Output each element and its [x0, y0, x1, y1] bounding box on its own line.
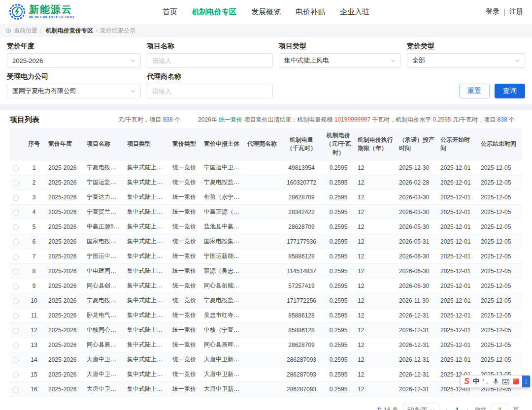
filter-actions: 重置查询	[407, 72, 525, 98]
table-cell: 15	[23, 367, 45, 382]
table-cell: 12	[23, 323, 45, 338]
table-cell: 0.2595	[322, 234, 355, 249]
login-link[interactable]: 登录	[486, 7, 499, 16]
filter-input[interactable]	[147, 53, 273, 68]
row-radio[interactable]	[13, 343, 19, 348]
row-radio[interactable]	[13, 224, 19, 230]
table-cell	[244, 249, 281, 264]
reset-button[interactable]: 重置	[459, 84, 490, 98]
table-cell: 3	[23, 190, 45, 205]
keyboard-icon[interactable]	[502, 379, 509, 384]
table-row: 132025-2026同心县辰晖50...集中式陆上风电统一竞价同心县辰晖新..…	[10, 338, 522, 352]
table-cell: 2026-12-31	[396, 367, 437, 382]
row-radio[interactable]	[13, 239, 19, 245]
goto-page-input[interactable]	[492, 404, 508, 410]
table-cell: 2025-12-01	[437, 279, 478, 293]
row-radio[interactable]	[13, 180, 19, 186]
table-cell: 统一竞价	[169, 234, 201, 249]
table-cell: 12	[355, 367, 396, 382]
table-cell: 2025-12-01	[437, 190, 478, 205]
prev-page-button[interactable]: ‹	[444, 406, 449, 410]
table-cell: 2025-12-05	[478, 264, 522, 279]
next-page-button[interactable]: ›	[466, 406, 470, 410]
table-cell: 12	[355, 160, 396, 175]
table-cell: 12	[355, 264, 396, 279]
table-cell: 2026-12-31	[396, 382, 437, 397]
table-cell: 大唐中卫新能...	[201, 367, 244, 382]
row-radio[interactable]	[13, 387, 19, 393]
row-radio[interactable]	[13, 357, 19, 363]
table-row: 122025-2026中核同心县150...集中式陆上风电统一竞价中核（宁夏）.…	[10, 323, 522, 338]
table-cell: 286287093	[281, 382, 322, 397]
table-cell: 13	[23, 338, 45, 352]
row-radio[interactable]	[13, 165, 19, 171]
search-button[interactable]: 查询	[495, 84, 525, 98]
row-radio[interactable]	[13, 298, 19, 304]
table-cell: 统一竞价	[169, 205, 201, 220]
microphone-icon[interactable]	[493, 378, 499, 385]
page-size-select[interactable]: 50条/页	[403, 404, 439, 410]
table-cell: 宁夏电投盐池...	[201, 175, 244, 190]
filter-label: 竞价类型	[407, 41, 525, 50]
filter-select[interactable]: 集中式陆上风电	[279, 53, 401, 68]
table-cell	[244, 382, 281, 397]
ime-language-toggle[interactable]: 中	[473, 377, 479, 386]
sogou-logo-icon[interactable]: S	[464, 378, 469, 385]
nav-item-0[interactable]: 首页	[163, 7, 177, 17]
table-row: 52025-2026中赢正源5万千...集中式陆上风电统一竞价盐池县中赢清...…	[10, 220, 522, 234]
table-cell: 2026-11-30	[396, 293, 437, 308]
table-row: 22025-2026宁国运盐池高...集中式陆上风电统一竞价宁夏电投盐池...1…	[10, 175, 522, 190]
table-cell: 2025-12-05	[478, 323, 522, 338]
filter-select[interactable]: 国网宁夏电力有限公司	[7, 84, 141, 98]
table-cell: 2025-2026	[45, 308, 84, 323]
table-cell	[244, 205, 281, 220]
toolbox-icon[interactable]	[513, 378, 519, 384]
row-radio[interactable]	[13, 254, 19, 260]
ime-more-icon[interactable]: ⋮	[522, 376, 530, 387]
filter-select[interactable]: 2025-2026	[7, 53, 141, 68]
nav-item-3[interactable]: 电价补贴	[296, 7, 325, 17]
filter-input[interactable]	[147, 84, 273, 98]
table-cell: 2025-12-05	[478, 175, 522, 190]
row-radio[interactable]	[13, 195, 19, 201]
table-cell: 0.2595	[322, 382, 355, 397]
table-cell: 2025-12-05	[478, 249, 522, 264]
table-cell: 2026-12-31	[396, 323, 437, 338]
table-cell: 7	[23, 249, 45, 264]
table-cell: 大唐中卫新能...	[201, 352, 244, 367]
row-radio[interactable]	[13, 313, 19, 319]
table-cell: 0.2595	[322, 279, 355, 293]
row-radio[interactable]	[13, 210, 19, 216]
logo: 新能源云 NEW ENERGY CLOUD	[9, 3, 74, 20]
row-radio[interactable]	[13, 284, 19, 289]
breadcrumb-section[interactable]: 机制电价竞价专区	[46, 27, 93, 35]
project-list-panel: 项目列表 元/千瓦时，项目 838 个 2026年 统一竞价 项目竞价出清结果：…	[0, 110, 532, 410]
table-row: 152025-2026大唐中卫云基...集中式陆上风电统一竞价大唐中卫新能...…	[10, 367, 522, 382]
column-header: 机制电价 （元/千瓦时）	[322, 128, 355, 160]
table-cell: 12	[355, 220, 396, 234]
row-radio[interactable]	[13, 372, 19, 378]
nav-item-1[interactable]: 机制电价专区	[192, 7, 236, 17]
nav-item-2[interactable]: 发展概览	[251, 7, 281, 17]
table-cell: 2025-2026	[45, 160, 84, 175]
register-link[interactable]: 注册	[509, 7, 523, 16]
row-radio[interactable]	[13, 328, 19, 334]
table-cell: 2025-12-05	[478, 234, 522, 249]
row-radio[interactable]	[13, 269, 19, 275]
filter-panel: 竞价年度2025-2026项目名称项目类型集中式陆上风电竞价类型全部 受理电力公…	[0, 37, 532, 104]
table-cell: 宁夏达力斯发...	[84, 190, 124, 205]
table-cell: 12	[355, 249, 396, 264]
current-page[interactable]: 1	[454, 407, 461, 410]
table-cell: 国家电投集团...	[201, 234, 244, 249]
list-header: 项目列表 元/千瓦时，项目 838 个 2026年 统一竞价 项目竞价出清结果：…	[10, 115, 522, 125]
table-cell: 0.2595	[322, 220, 355, 234]
ime-punctuation-icon[interactable]: ’，	[483, 378, 490, 385]
table-cell	[244, 367, 281, 382]
main-nav: 首页机制电价专区发展概览电价补贴企业入驻	[163, 7, 369, 17]
nav-item-4[interactable]: 企业入驻	[340, 7, 369, 17]
filter-select[interactable]: 全部	[407, 53, 525, 68]
table-row: 102025-2026宁夏电投盐池...集中式陆上风电统一竞价宁夏电投盐池...…	[10, 293, 522, 308]
filter-field: 竞价类型全部	[407, 41, 525, 68]
ime-toolbar[interactable]: S 中 ’， ⋮	[460, 375, 531, 388]
table-cell: 集中式陆上风电	[124, 220, 169, 234]
